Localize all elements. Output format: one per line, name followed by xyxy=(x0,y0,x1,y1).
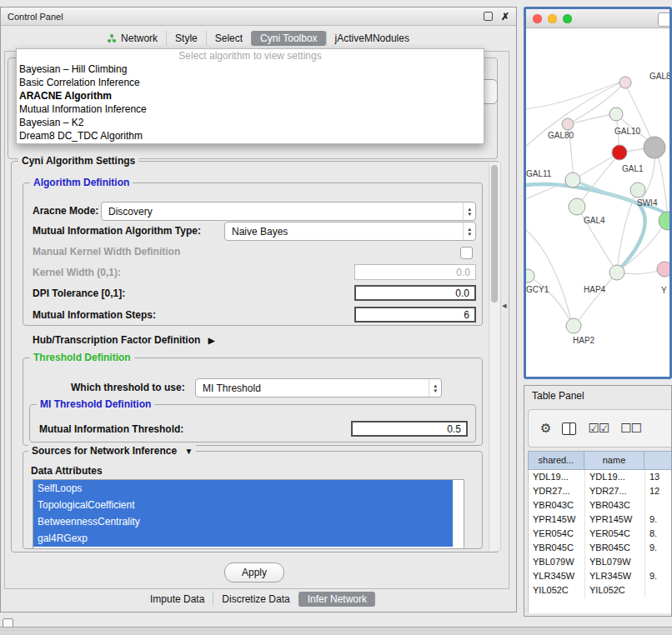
tab-cyni-toolbox[interactable]: Cyni Toolbox xyxy=(251,31,325,46)
algorithm-option-bayesian-k2[interactable]: Bayesian – K2 xyxy=(17,116,484,129)
cyni-settings-title: Cyni Algorithm Settings xyxy=(18,155,138,167)
table-row[interactable]: YLR345WYLR345W9. xyxy=(529,569,672,583)
network-window-titlebar[interactable] xyxy=(526,9,669,28)
network-node[interactable] xyxy=(569,198,585,215)
manual-kernel-checkbox[interactable] xyxy=(460,247,473,259)
network-tab-icon xyxy=(108,34,117,43)
table-row[interactable]: YBR045CYBR045C9. xyxy=(529,541,672,555)
node-label: GAL8 xyxy=(649,72,669,81)
select-unchecked-icon[interactable]: ☐☐ xyxy=(620,422,641,435)
aracne-mode-combobox[interactable]: Discovery ▴▾ xyxy=(101,202,476,221)
table-row[interactable]: YDR27...YDR27...12 xyxy=(529,484,672,498)
network-node[interactable] xyxy=(562,118,574,130)
algorithm-popup-list: Select algorithm to view settings Bayesi… xyxy=(16,48,484,144)
which-threshold-combobox[interactable]: MI Threshold ▴▾ xyxy=(195,378,442,398)
network-node[interactable] xyxy=(619,77,631,88)
tab-impute-data[interactable]: Impute Data xyxy=(142,592,213,607)
algorithm-option-bayesian-hill-climbing[interactable]: Bayesian – Hill Climbing xyxy=(17,62,484,76)
table-row[interactable]: YER054CYER054C8. xyxy=(529,527,672,541)
data-attributes-label: Data Attributes xyxy=(31,465,103,478)
network-node[interactable] xyxy=(659,212,669,230)
mi-steps-input[interactable] xyxy=(354,307,476,322)
table-cell: 9. xyxy=(645,541,672,555)
table-row[interactable]: YPR145WYPR145W9. xyxy=(529,512,672,527)
table-cell: YBR043C xyxy=(585,498,645,512)
algorithm-option-aracne-algorithm[interactable]: ARACNE Algorithm xyxy=(17,89,484,102)
float-icon[interactable] xyxy=(484,12,493,21)
node-label: HAP4 xyxy=(584,285,606,294)
tab-label: Cyni Toolbox xyxy=(260,32,317,44)
network-node[interactable] xyxy=(609,265,624,280)
network-node[interactable] xyxy=(566,318,581,333)
network-node[interactable] xyxy=(657,262,669,277)
attribute-item-gal4rgexp[interactable]: gal4RGexp xyxy=(33,530,453,547)
node-label: GAL11 xyxy=(526,169,552,178)
table-row[interactable]: YIL052CYIL052C xyxy=(529,583,672,598)
close-button[interactable] xyxy=(533,14,542,23)
table-cell: YIL052C xyxy=(585,583,645,598)
network-node[interactable] xyxy=(609,108,623,121)
control-panel-titlebar[interactable]: Control Panel ✗ xyxy=(1,8,516,26)
tab-label: jActiveMNodules xyxy=(335,32,409,44)
mi-steps-label: Mutual Information Steps: xyxy=(33,309,156,322)
settings-scrollbar[interactable] xyxy=(489,162,501,551)
sources-group-toggle[interactable]: Sources for Network Inference ▼ xyxy=(28,445,196,457)
kernel-width-input[interactable] xyxy=(354,264,476,280)
attribute-item-selfloops[interactable]: SelfLoops xyxy=(33,480,453,497)
columns-icon[interactable] xyxy=(562,422,576,435)
network-node[interactable] xyxy=(526,269,534,282)
tab-infer-network[interactable]: Infer Network xyxy=(298,592,375,607)
threshold-definition-title: Threshold Definition xyxy=(30,352,134,363)
column-header[interactable] xyxy=(644,451,672,470)
clipped-widget[interactable] xyxy=(658,12,671,27)
network-node[interactable] xyxy=(565,172,580,188)
attributes-list: SelfLoopsTopologicalCoefficientBetweenne… xyxy=(33,479,464,549)
control-panel-title: Control Panel xyxy=(8,12,63,22)
network-node[interactable] xyxy=(630,182,645,198)
table-cell: YDR27... xyxy=(529,484,585,498)
screen: Control Panel ✗ NetworkStyleSelectCyni T… xyxy=(0,0,672,635)
apply-button[interactable]: Apply xyxy=(224,562,284,582)
column-header[interactable]: name xyxy=(584,451,644,470)
network-node[interactable] xyxy=(644,137,665,158)
tab-label: Select xyxy=(215,32,243,44)
column-header[interactable]: shared... xyxy=(528,451,584,470)
network-edge xyxy=(575,272,616,325)
algorithm-option-dream8-dc-tdc-algorithm[interactable]: Dream8 DC_TDC Algorithm xyxy=(17,129,484,142)
tab-style[interactable]: Style xyxy=(166,31,206,46)
table-row[interactable]: YBL079WYBL079W xyxy=(529,555,672,569)
mi-threshold-input[interactable] xyxy=(351,421,468,437)
gear-icon[interactable]: ⚙ xyxy=(540,422,550,435)
settings-scrollbar-thumb[interactable] xyxy=(491,165,498,302)
attribute-item-betweennesscentrality[interactable]: BetweennessCentrality xyxy=(33,513,453,530)
table-row[interactable]: YBR043CYBR043C xyxy=(529,498,672,512)
minimize-button[interactable] xyxy=(548,14,557,23)
zoom-button[interactable] xyxy=(563,14,572,23)
panel-collapse-arrow-icon[interactable]: ◂ xyxy=(502,300,507,311)
select-checked-icon[interactable]: ☑☑ xyxy=(588,422,609,435)
algorithm-option-mutual-information-inference[interactable]: Mutual Information Inference xyxy=(17,102,484,116)
algorithm-option-basic-correlation-inference[interactable]: Basic Correlation Inference xyxy=(17,76,484,89)
tab-select[interactable]: Select xyxy=(206,31,251,46)
mi-threshold-label: Mutual Information Threshold: xyxy=(39,423,183,436)
which-threshold-value: MI Threshold xyxy=(203,382,261,394)
tab-jactivemnodules[interactable]: jActiveMNodules xyxy=(326,31,418,46)
tab-discretize-data[interactable]: Discretize Data xyxy=(213,592,298,607)
which-threshold-label: Which threshold to use: xyxy=(71,382,185,394)
mi-type-combobox[interactable]: Naive Bayes ▴▾ xyxy=(224,222,476,241)
network-canvas[interactable]: GAL8GAL80GAL10GAL11GAL1SWI4GAL4GCY1HAP4Y… xyxy=(526,28,669,377)
network-node[interactable] xyxy=(612,145,627,160)
table-cell: 9. xyxy=(645,569,672,583)
hub-section-toggle[interactable]: Hub/Transcription Factor Definition ▶ xyxy=(33,334,214,347)
table-row[interactable]: YDL19...YDL19...13 xyxy=(529,470,672,484)
dpi-tolerance-input[interactable] xyxy=(354,285,476,301)
node-label: GCY1 xyxy=(526,285,549,294)
table-cell: 13 xyxy=(645,470,672,484)
close-icon[interactable]: ✗ xyxy=(501,12,509,22)
attribute-item-topologicalcoefficient[interactable]: TopologicalCoefficient xyxy=(33,497,453,513)
mi-threshold-group-title: MI Threshold Definition xyxy=(37,398,154,410)
kernel-width-label: Kernel Width (0,1): xyxy=(33,267,121,279)
sources-group-title: Sources for Network Inference xyxy=(32,445,177,457)
tab-network[interactable]: Network xyxy=(99,31,166,46)
combo-arrows-icon: ▴▾ xyxy=(429,379,441,397)
